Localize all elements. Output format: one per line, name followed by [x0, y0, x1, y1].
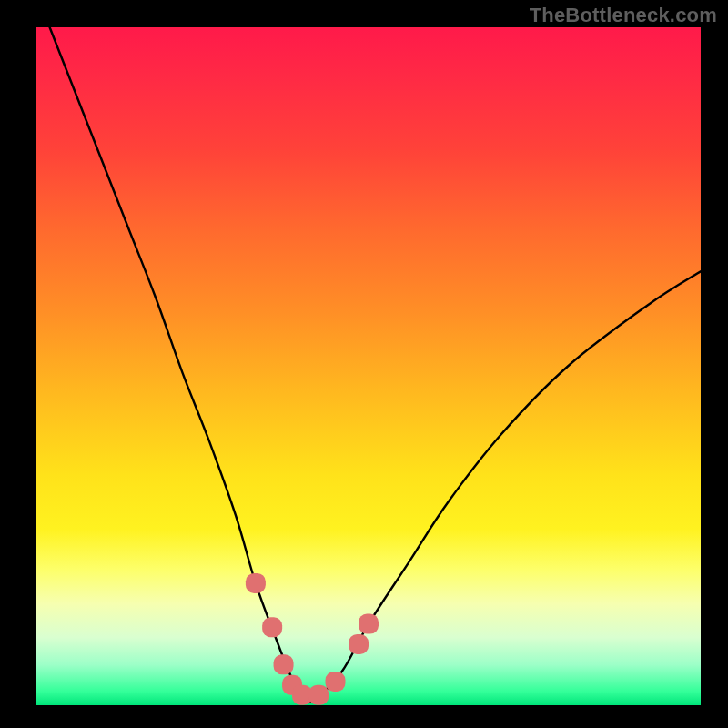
curve-layer: [0, 0, 728, 728]
highlight-marker: [246, 573, 266, 593]
watermark-text: TheBottleneck.com: [530, 4, 717, 27]
highlight-marker: [326, 672, 346, 692]
highlight-marker: [359, 614, 379, 634]
highlight-marker: [274, 654, 294, 674]
highlight-marker: [349, 634, 369, 654]
bottleneck-curve: [50, 27, 701, 703]
chart-frame: TheBottleneck.com: [0, 0, 728, 728]
highlight-marker: [262, 617, 282, 637]
highlight-marker: [308, 685, 329, 705]
